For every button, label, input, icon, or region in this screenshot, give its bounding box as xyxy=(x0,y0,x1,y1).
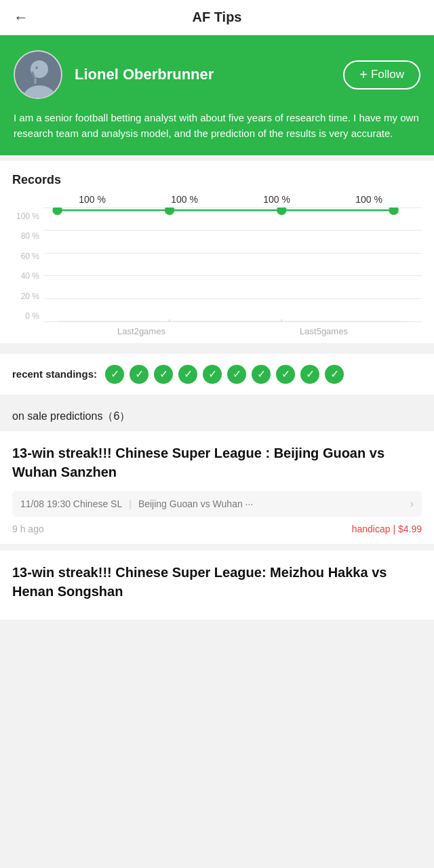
chart-plot: Last2games Last5games xyxy=(43,208,422,336)
pred-time-0: 9 h ago xyxy=(12,524,44,534)
chart-label-2: 100 % xyxy=(263,194,290,205)
chart-label-1: 100 % xyxy=(171,194,198,205)
follow-label: Follow xyxy=(371,68,404,81)
svg-point-12 xyxy=(389,208,398,215)
y-label-2: 60 % xyxy=(12,252,39,261)
pred-match-row-0[interactable]: 11/08 19:30 Chinese SL | Beijing Guoan v… xyxy=(12,491,422,517)
y-axis: 100 % 80 % 60 % 40 % 20 % 0 % xyxy=(12,208,43,336)
check-icon-7: ✓ xyxy=(252,365,271,384)
standings-section: recent standings: ✓ ✓ ✓ ✓ ✓ ✓ ✓ ✓ ✓ ✓ xyxy=(0,354,434,395)
grid-line-0 xyxy=(43,321,422,322)
chart-label-0: 100 % xyxy=(79,194,106,205)
header: ← AF Tips xyxy=(0,0,434,35)
chart-wrap: 100 % 80 % 60 % 40 % 20 % 0 % xyxy=(12,208,422,336)
svg-point-11 xyxy=(277,208,286,215)
on-sale-title: on sale predictions（6） xyxy=(12,410,130,422)
check-icon-1: ✓ xyxy=(105,365,124,384)
profile-name: Lionel Oberbrunner xyxy=(75,66,343,83)
profile-bio: I am a senior football betting analyst w… xyxy=(14,110,420,142)
follow-plus-icon: + xyxy=(359,67,368,83)
pred-match-arrow-0: › xyxy=(410,498,414,510)
y-label-1: 80 % xyxy=(12,231,39,241)
pred-title-1: 13-win streak!!! Chinese Super League: M… xyxy=(12,563,422,601)
profile-top: Lionel Oberbrunner + Follow xyxy=(14,50,420,99)
svg-point-10 xyxy=(165,208,174,215)
prediction-card-1[interactable]: 13-win streak!!! Chinese Super League: M… xyxy=(0,551,434,620)
chart-line-svg xyxy=(43,208,422,321)
pred-match-date-0: 11/08 19:30 Chinese SL xyxy=(20,498,122,509)
check-icon-10: ✓ xyxy=(325,365,344,384)
records-title: Records xyxy=(12,173,422,187)
chart-top-labels: 100 % 100 % 100 % 100 % xyxy=(12,194,422,205)
x-label-1: Last5games xyxy=(300,326,348,336)
check-icon-5: ✓ xyxy=(203,365,222,384)
y-label-3: 40 % xyxy=(12,271,39,281)
pred-match-divider-0: | xyxy=(129,498,132,509)
standings-label: recent standings: xyxy=(12,368,97,380)
divider-1 xyxy=(0,343,434,349)
pred-title-0: 13-win streak!!! Chinese Super League : … xyxy=(12,443,422,481)
svg-point-9 xyxy=(52,208,62,215)
y-label-0: 100 % xyxy=(12,212,39,221)
check-icon-2: ✓ xyxy=(130,365,149,384)
page-title: AF Tips xyxy=(193,9,242,25)
y-label-4: 20 % xyxy=(12,292,39,301)
profile-banner: Lionel Oberbrunner + Follow I am a senio… xyxy=(0,35,434,155)
pred-match-teams-0: Beijing Guoan vs Wuhan ··· xyxy=(138,498,253,509)
pred-price-0: handicap | $4.99 xyxy=(352,524,422,534)
records-section: Records 100 % 100 % 100 % 100 % 100 % 80… xyxy=(0,161,434,343)
y-label-5: 0 % xyxy=(12,311,39,321)
prediction-card-0[interactable]: 13-win streak!!! Chinese Super League : … xyxy=(0,431,434,545)
check-icon-8: ✓ xyxy=(276,365,295,384)
x-label-0: Last2games xyxy=(117,326,165,336)
check-icon-3: ✓ xyxy=(154,365,173,384)
check-icon-6: ✓ xyxy=(227,365,246,384)
chart-label-3: 100 % xyxy=(355,194,382,205)
check-icon-4: ✓ xyxy=(178,365,197,384)
follow-button[interactable]: + Follow xyxy=(343,60,420,90)
pred-footer-0: 9 h ago handicap | $4.99 xyxy=(12,524,422,534)
svg-point-3 xyxy=(35,66,38,69)
avatar xyxy=(14,50,62,99)
divider-2 xyxy=(0,395,434,400)
divider-3 xyxy=(0,545,434,550)
back-button[interactable]: ← xyxy=(14,9,28,26)
on-sale-header: on sale predictions（6） xyxy=(0,400,434,431)
check-icon-9: ✓ xyxy=(300,365,319,384)
